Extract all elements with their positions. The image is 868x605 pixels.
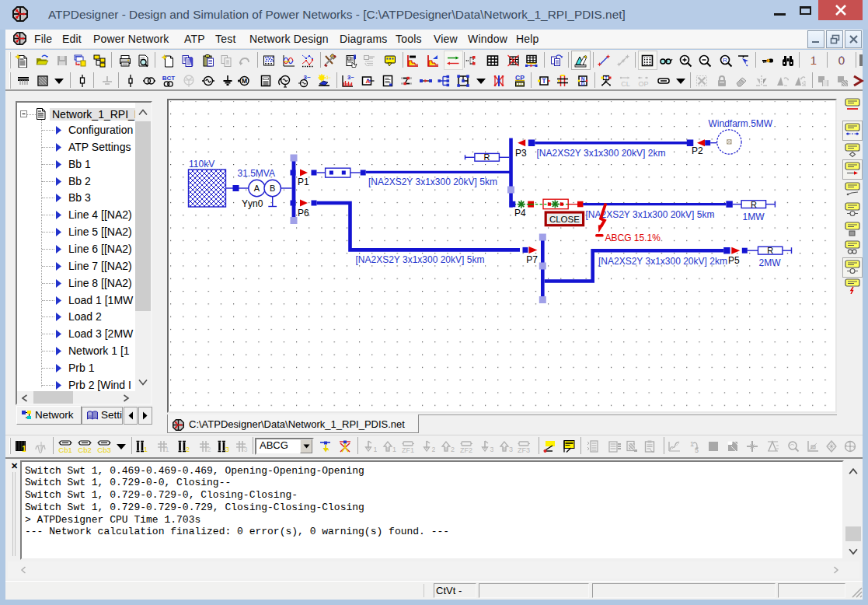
svg-text:[NA2XS2Y 3x1x300 20kV] 5km: [NA2XS2Y 3x1x300 20kV] 5km <box>368 177 497 187</box>
svg-text:R: R <box>751 200 757 209</box>
svg-text:P4: P4 <box>514 208 526 219</box>
svg-text:R: R <box>723 57 727 64</box>
svg-text:5: 5 <box>695 446 699 453</box>
svg-text:BCT: BCT <box>162 75 176 82</box>
svg-text:P3: P3 <box>515 148 527 159</box>
svg-text:3: 3 <box>490 446 494 453</box>
svg-text:2: 2 <box>451 446 455 453</box>
svg-text:CL: CL <box>621 80 630 88</box>
svg-text:Yyn0: Yyn0 <box>242 198 263 209</box>
svg-text:1MW: 1MW <box>743 212 765 222</box>
svg-text:R: R <box>484 152 490 162</box>
svg-text:Cb1: Cb1 <box>58 445 71 453</box>
svg-text:1: 1 <box>144 445 148 453</box>
svg-text:B: B <box>270 184 275 193</box>
svg-text:1: 1 <box>22 445 26 453</box>
svg-text:1: 1 <box>690 440 694 448</box>
svg-text:3: 3 <box>509 446 513 453</box>
svg-text:D: D <box>581 81 585 86</box>
svg-text:Windfarm 5MW: Windfarm 5MW <box>709 118 773 129</box>
svg-text:P1: P1 <box>298 177 309 187</box>
svg-text:110kV: 110kV <box>189 159 214 170</box>
svg-text:A: A <box>254 184 260 193</box>
svg-text:3: 3 <box>225 445 229 453</box>
svg-text:1: 1 <box>392 446 396 453</box>
svg-text:1: 1 <box>374 446 378 453</box>
svg-text:T: T <box>542 77 546 85</box>
svg-text:[NA2XS2Y 3x1x300 20kV] 2km: [NA2XS2Y 3x1x300 20kV] 2km <box>537 148 666 159</box>
svg-text:31.5MVA: 31.5MVA <box>238 168 275 179</box>
svg-text:CLOSE: CLOSE <box>549 215 580 224</box>
svg-text:R: R <box>767 246 773 255</box>
svg-text:2: 2 <box>207 446 211 453</box>
svg-text:Cb2: Cb2 <box>78 445 91 453</box>
svg-text:ZF2: ZF2 <box>460 446 472 453</box>
svg-text:P5: P5 <box>728 255 740 266</box>
svg-text:1: 1 <box>165 446 169 453</box>
svg-text:2MW: 2MW <box>759 257 782 268</box>
svg-text:P7: P7 <box>526 254 538 265</box>
svg-text:M: M <box>242 77 247 85</box>
svg-text:[NA2XS2Y 3x1x300 20kV] 5km: [NA2XS2Y 3x1x300 20kV] 5km <box>356 254 485 265</box>
svg-text:ZF1: ZF1 <box>402 446 414 453</box>
svg-text:2: 2 <box>432 446 436 453</box>
svg-text:3~: 3~ <box>347 74 354 81</box>
svg-text:ABCG 15.1%: ABCG 15.1% <box>605 233 661 243</box>
svg-text:[NA2XS2Y 3x1x300 20kV] 2km: [NA2XS2Y 3x1x300 20kV] 2km <box>598 256 727 267</box>
svg-text:V: V <box>811 445 814 449</box>
svg-text:P2: P2 <box>692 145 703 156</box>
svg-text:ZF3: ZF3 <box>518 446 530 453</box>
svg-text:2: 2 <box>186 445 190 453</box>
svg-text:Cb3: Cb3 <box>97 445 110 453</box>
svg-text:P6: P6 <box>298 208 309 219</box>
svg-text:[NA2XS2Y 3x1x300 20kV] 5km: [NA2XS2Y 3x1x300 20kV] 5km <box>586 209 715 220</box>
svg-text:OP: OP <box>638 80 648 88</box>
svg-text:3: 3 <box>243 446 247 453</box>
